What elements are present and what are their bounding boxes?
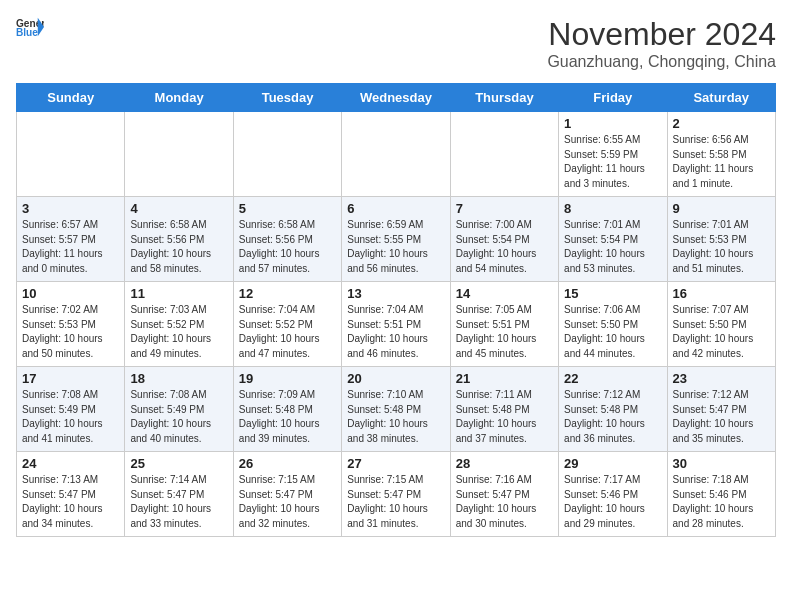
day-number: 12 <box>239 286 336 301</box>
day-cell: 22Sunrise: 7:12 AM Sunset: 5:48 PM Dayli… <box>559 367 667 452</box>
day-detail: Sunrise: 7:00 AM Sunset: 5:54 PM Dayligh… <box>456 218 553 276</box>
day-cell: 16Sunrise: 7:07 AM Sunset: 5:50 PM Dayli… <box>667 282 775 367</box>
header: General Blue November 2024 Guanzhuang, C… <box>16 16 776 71</box>
day-detail: Sunrise: 7:10 AM Sunset: 5:48 PM Dayligh… <box>347 388 444 446</box>
day-number: 11 <box>130 286 227 301</box>
day-number: 24 <box>22 456 119 471</box>
day-cell: 23Sunrise: 7:12 AM Sunset: 5:47 PM Dayli… <box>667 367 775 452</box>
day-number: 29 <box>564 456 661 471</box>
day-number: 9 <box>673 201 770 216</box>
day-cell: 20Sunrise: 7:10 AM Sunset: 5:48 PM Dayli… <box>342 367 450 452</box>
day-number: 10 <box>22 286 119 301</box>
week-row-3: 10Sunrise: 7:02 AM Sunset: 5:53 PM Dayli… <box>17 282 776 367</box>
day-detail: Sunrise: 7:12 AM Sunset: 5:47 PM Dayligh… <box>673 388 770 446</box>
day-number: 23 <box>673 371 770 386</box>
day-cell: 10Sunrise: 7:02 AM Sunset: 5:53 PM Dayli… <box>17 282 125 367</box>
day-number: 28 <box>456 456 553 471</box>
day-detail: Sunrise: 6:56 AM Sunset: 5:58 PM Dayligh… <box>673 133 770 191</box>
day-cell: 30Sunrise: 7:18 AM Sunset: 5:46 PM Dayli… <box>667 452 775 537</box>
day-cell: 13Sunrise: 7:04 AM Sunset: 5:51 PM Dayli… <box>342 282 450 367</box>
day-number: 27 <box>347 456 444 471</box>
day-cell: 5Sunrise: 6:58 AM Sunset: 5:56 PM Daylig… <box>233 197 341 282</box>
week-row-2: 3Sunrise: 6:57 AM Sunset: 5:57 PM Daylig… <box>17 197 776 282</box>
day-detail: Sunrise: 7:17 AM Sunset: 5:46 PM Dayligh… <box>564 473 661 531</box>
day-detail: Sunrise: 7:03 AM Sunset: 5:52 PM Dayligh… <box>130 303 227 361</box>
day-detail: Sunrise: 6:57 AM Sunset: 5:57 PM Dayligh… <box>22 218 119 276</box>
day-detail: Sunrise: 7:18 AM Sunset: 5:46 PM Dayligh… <box>673 473 770 531</box>
day-cell: 17Sunrise: 7:08 AM Sunset: 5:49 PM Dayli… <box>17 367 125 452</box>
day-number: 8 <box>564 201 661 216</box>
day-cell: 1Sunrise: 6:55 AM Sunset: 5:59 PM Daylig… <box>559 112 667 197</box>
week-row-4: 17Sunrise: 7:08 AM Sunset: 5:49 PM Dayli… <box>17 367 776 452</box>
svg-text:Blue: Blue <box>16 27 38 38</box>
day-detail: Sunrise: 7:04 AM Sunset: 5:51 PM Dayligh… <box>347 303 444 361</box>
week-row-5: 24Sunrise: 7:13 AM Sunset: 5:47 PM Dayli… <box>17 452 776 537</box>
logo-icon: General Blue <box>16 16 44 38</box>
day-detail: Sunrise: 7:04 AM Sunset: 5:52 PM Dayligh… <box>239 303 336 361</box>
day-number: 14 <box>456 286 553 301</box>
location-title: Guanzhuang, Chongqing, China <box>547 53 776 71</box>
day-detail: Sunrise: 7:06 AM Sunset: 5:50 PM Dayligh… <box>564 303 661 361</box>
day-detail: Sunrise: 7:15 AM Sunset: 5:47 PM Dayligh… <box>239 473 336 531</box>
weekday-header-friday: Friday <box>559 84 667 112</box>
day-detail: Sunrise: 6:58 AM Sunset: 5:56 PM Dayligh… <box>130 218 227 276</box>
day-detail: Sunrise: 7:15 AM Sunset: 5:47 PM Dayligh… <box>347 473 444 531</box>
day-cell: 11Sunrise: 7:03 AM Sunset: 5:52 PM Dayli… <box>125 282 233 367</box>
day-number: 7 <box>456 201 553 216</box>
day-cell: 28Sunrise: 7:16 AM Sunset: 5:47 PM Dayli… <box>450 452 558 537</box>
day-number: 4 <box>130 201 227 216</box>
day-detail: Sunrise: 7:14 AM Sunset: 5:47 PM Dayligh… <box>130 473 227 531</box>
day-cell <box>450 112 558 197</box>
day-cell: 14Sunrise: 7:05 AM Sunset: 5:51 PM Dayli… <box>450 282 558 367</box>
weekday-header-thursday: Thursday <box>450 84 558 112</box>
day-cell: 26Sunrise: 7:15 AM Sunset: 5:47 PM Dayli… <box>233 452 341 537</box>
day-detail: Sunrise: 7:01 AM Sunset: 5:53 PM Dayligh… <box>673 218 770 276</box>
weekday-header-tuesday: Tuesday <box>233 84 341 112</box>
day-cell: 9Sunrise: 7:01 AM Sunset: 5:53 PM Daylig… <box>667 197 775 282</box>
day-number: 17 <box>22 371 119 386</box>
day-number: 20 <box>347 371 444 386</box>
day-cell <box>125 112 233 197</box>
day-number: 19 <box>239 371 336 386</box>
day-detail: Sunrise: 7:08 AM Sunset: 5:49 PM Dayligh… <box>130 388 227 446</box>
day-detail: Sunrise: 7:09 AM Sunset: 5:48 PM Dayligh… <box>239 388 336 446</box>
day-number: 30 <box>673 456 770 471</box>
day-detail: Sunrise: 7:02 AM Sunset: 5:53 PM Dayligh… <box>22 303 119 361</box>
day-detail: Sunrise: 7:01 AM Sunset: 5:54 PM Dayligh… <box>564 218 661 276</box>
day-cell <box>233 112 341 197</box>
day-cell: 24Sunrise: 7:13 AM Sunset: 5:47 PM Dayli… <box>17 452 125 537</box>
day-cell: 21Sunrise: 7:11 AM Sunset: 5:48 PM Dayli… <box>450 367 558 452</box>
day-cell: 12Sunrise: 7:04 AM Sunset: 5:52 PM Dayli… <box>233 282 341 367</box>
weekday-header-saturday: Saturday <box>667 84 775 112</box>
day-number: 13 <box>347 286 444 301</box>
day-detail: Sunrise: 7:07 AM Sunset: 5:50 PM Dayligh… <box>673 303 770 361</box>
day-cell: 29Sunrise: 7:17 AM Sunset: 5:46 PM Dayli… <box>559 452 667 537</box>
day-number: 1 <box>564 116 661 131</box>
day-number: 3 <box>22 201 119 216</box>
day-number: 22 <box>564 371 661 386</box>
day-cell: 7Sunrise: 7:00 AM Sunset: 5:54 PM Daylig… <box>450 197 558 282</box>
day-detail: Sunrise: 7:13 AM Sunset: 5:47 PM Dayligh… <box>22 473 119 531</box>
weekday-header-row: SundayMondayTuesdayWednesdayThursdayFrid… <box>17 84 776 112</box>
day-number: 21 <box>456 371 553 386</box>
day-number: 5 <box>239 201 336 216</box>
weekday-header-wednesday: Wednesday <box>342 84 450 112</box>
day-cell: 27Sunrise: 7:15 AM Sunset: 5:47 PM Dayli… <box>342 452 450 537</box>
day-cell: 4Sunrise: 6:58 AM Sunset: 5:56 PM Daylig… <box>125 197 233 282</box>
day-detail: Sunrise: 7:12 AM Sunset: 5:48 PM Dayligh… <box>564 388 661 446</box>
day-cell: 15Sunrise: 7:06 AM Sunset: 5:50 PM Dayli… <box>559 282 667 367</box>
day-cell <box>17 112 125 197</box>
month-title: November 2024 <box>547 16 776 53</box>
logo: General Blue <box>16 16 44 38</box>
weekday-header-monday: Monday <box>125 84 233 112</box>
calendar-table: SundayMondayTuesdayWednesdayThursdayFrid… <box>16 83 776 537</box>
day-detail: Sunrise: 7:08 AM Sunset: 5:49 PM Dayligh… <box>22 388 119 446</box>
weekday-header-sunday: Sunday <box>17 84 125 112</box>
day-cell <box>342 112 450 197</box>
day-detail: Sunrise: 6:55 AM Sunset: 5:59 PM Dayligh… <box>564 133 661 191</box>
day-cell: 3Sunrise: 6:57 AM Sunset: 5:57 PM Daylig… <box>17 197 125 282</box>
day-cell: 2Sunrise: 6:56 AM Sunset: 5:58 PM Daylig… <box>667 112 775 197</box>
day-number: 26 <box>239 456 336 471</box>
day-cell: 18Sunrise: 7:08 AM Sunset: 5:49 PM Dayli… <box>125 367 233 452</box>
day-number: 2 <box>673 116 770 131</box>
